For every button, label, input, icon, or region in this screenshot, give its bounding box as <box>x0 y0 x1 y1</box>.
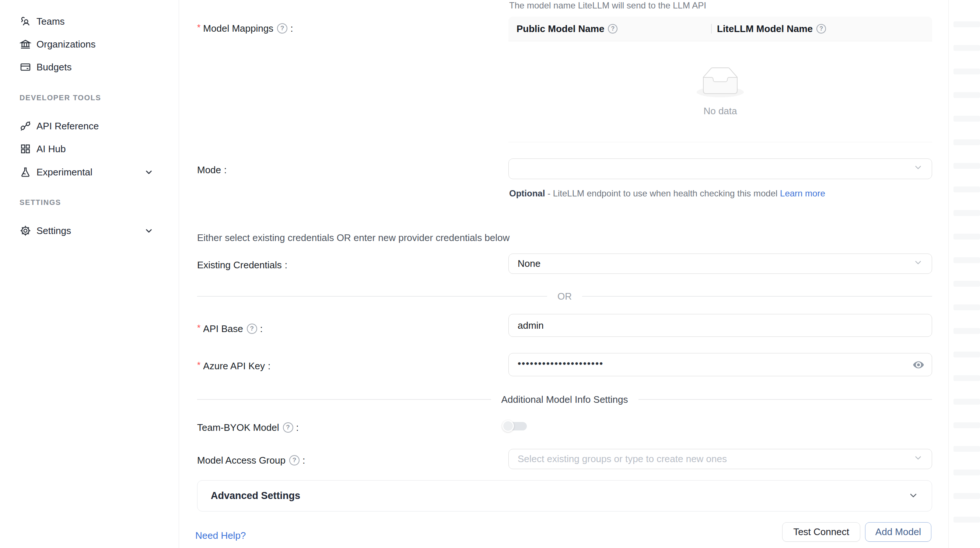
background-artifact <box>953 304 980 310</box>
sidebar-item-budgets[interactable]: Budgets <box>19 61 159 73</box>
sidebar-item-label: Organizations <box>37 39 95 50</box>
azure-api-key-label: * Azure API Key : <box>197 360 270 372</box>
need-help-link[interactable]: Need Help? <box>195 530 246 542</box>
add-model-button[interactable]: Add Model <box>865 522 931 542</box>
chevron-down-icon <box>913 453 923 465</box>
mode-select[interactable] <box>508 158 932 179</box>
password-visibility-toggle[interactable] <box>912 358 925 371</box>
model-mappings-label: * Model Mappings ? : <box>197 22 293 35</box>
background-page-strip <box>949 0 980 548</box>
sidebar-item-label: Teams <box>37 16 65 27</box>
table-header-row: Public Model Name ? LiteLLM Model Name ? <box>508 17 932 41</box>
sidebar-item-organizations[interactable]: Organizations <box>19 38 159 51</box>
column-header-litellm-model-name: LiteLLM Model Name ? <box>711 17 932 41</box>
sidebar-item-label: Budgets <box>37 62 72 73</box>
sidebar-section-developer-tools: DEVELOPER TOOLS <box>19 94 101 102</box>
api-base-input[interactable]: admin <box>508 314 932 337</box>
api-base-label: * API Base ? : <box>197 322 262 335</box>
bank-icon <box>19 38 31 50</box>
background-artifact <box>953 68 980 75</box>
add-model-form: The model name LiteLLM will send to the … <box>179 0 949 548</box>
empty-inbox-icon <box>697 67 744 97</box>
background-artifact <box>953 257 980 263</box>
model-access-group-select[interactable]: Select existing groups or type to create… <box>508 449 932 469</box>
sidebar-section-settings: SETTINGS <box>19 198 61 207</box>
help-icon[interactable]: ? <box>816 24 826 33</box>
required-mark: * <box>197 322 200 333</box>
help-icon[interactable]: ? <box>283 422 293 433</box>
toggle-knob <box>502 420 514 432</box>
background-artifact <box>953 399 980 405</box>
learn-more-link[interactable]: Learn more <box>780 188 825 198</box>
background-artifact <box>953 234 980 239</box>
advanced-settings-title: Advanced Settings <box>211 490 300 502</box>
team-byok-label: Team-BYOK Model ? : <box>197 421 299 434</box>
help-icon[interactable]: ? <box>277 23 287 33</box>
azure-api-key-input[interactable]: ••••••••••••••••••••• <box>508 353 932 376</box>
required-mark: * <box>197 360 200 371</box>
model-mappings-table: Public Model Name ? LiteLLM Model Name ?… <box>508 17 932 142</box>
background-artifact <box>953 493 980 499</box>
help-icon[interactable]: ? <box>247 323 257 334</box>
sidebar: Internal Users Teams Organizations Budge… <box>0 0 179 548</box>
column-header-public-model-name: Public Model Name ? <box>508 17 711 41</box>
sidebar-item-label: Experimental <box>37 167 92 178</box>
background-artifact <box>953 45 980 51</box>
background-artifact <box>953 446 980 452</box>
help-icon[interactable]: ? <box>289 455 299 465</box>
credentials-note: Either select existing credentials OR en… <box>197 232 509 244</box>
or-divider: OR <box>197 291 932 301</box>
sidebar-item-label: AI Hub <box>37 143 66 155</box>
select-placeholder: Select existing groups or type to create… <box>518 453 727 465</box>
chevron-down-icon <box>908 490 918 502</box>
sidebar-item-ai-hub[interactable]: AI Hub <box>19 143 159 155</box>
sidebar-item-teams[interactable]: Teams <box>19 15 159 28</box>
team-byok-toggle[interactable] <box>508 422 527 430</box>
chevron-down-icon <box>913 258 923 270</box>
sidebar-item-label: API Reference <box>37 121 99 132</box>
chevron-down-icon <box>144 226 154 236</box>
sidebar-item-settings[interactable]: Settings <box>19 225 159 237</box>
sidebar-item-experimental[interactable]: Experimental <box>19 166 159 178</box>
flask-icon <box>19 166 31 178</box>
background-artifact <box>953 139 980 145</box>
required-mark: * <box>197 22 200 33</box>
background-artifact <box>953 470 980 475</box>
no-data-text: No data <box>703 105 737 117</box>
background-artifact <box>953 375 980 381</box>
background-artifact <box>953 21 980 27</box>
background-artifact <box>953 281 980 287</box>
additional-info-divider: Additional Model Info Settings <box>197 394 932 405</box>
background-artifact <box>953 186 980 193</box>
background-artifact <box>953 116 980 122</box>
existing-credentials-label: Existing Credentials : <box>197 259 287 271</box>
test-connect-button[interactable]: Test Connect <box>782 522 860 542</box>
mode-help-text: Optional - LiteLLM endpoint to use when … <box>509 186 843 201</box>
masked-password-value: ••••••••••••••••••••• <box>518 358 603 368</box>
background-artifact <box>953 352 980 357</box>
background-artifact <box>953 92 980 98</box>
grid-icon <box>19 143 31 155</box>
background-artifact <box>953 517 980 523</box>
sidebar-item-label: Settings <box>37 225 71 237</box>
chevron-down-icon <box>144 167 154 177</box>
background-artifact <box>953 210 980 216</box>
eye-icon <box>912 358 925 371</box>
credit-card-icon <box>19 61 31 73</box>
model-access-group-label: Model Access Group ? : <box>197 454 305 467</box>
existing-credentials-select[interactable]: None <box>508 253 932 274</box>
help-icon[interactable]: ? <box>608 24 617 33</box>
selected-value: None <box>518 258 541 269</box>
input-value: admin <box>518 320 544 331</box>
table-empty-state: No data <box>508 41 932 142</box>
advanced-settings-panel[interactable]: Advanced Settings <box>197 480 932 511</box>
background-artifact <box>953 422 980 428</box>
sidebar-item-api-reference[interactable]: API Reference <box>19 120 159 132</box>
background-artifact <box>953 328 980 334</box>
background-artifact <box>953 163 980 169</box>
api-plug-icon <box>19 120 31 132</box>
teams-icon <box>19 16 31 27</box>
model-name-hint: The model name LiteLLM will send to the … <box>509 0 706 11</box>
chevron-down-icon <box>913 163 923 175</box>
mode-label: Mode : <box>197 164 227 176</box>
